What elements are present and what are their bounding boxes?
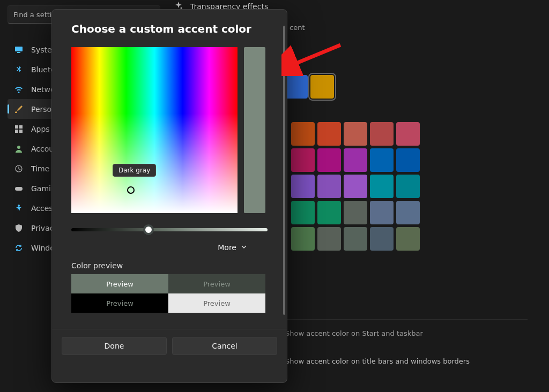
picker-area: Dark gray: [71, 47, 265, 213]
color-swatch[interactable]: [310, 75, 334, 99]
dialog-buttons: Done Cancel: [52, 329, 287, 355]
svg-rect-2: [15, 125, 18, 129]
color-picker-dialog: Choose a custom accent color Dark gray M…: [51, 9, 287, 383]
color-swatch[interactable]: [370, 148, 394, 172]
color-swatch[interactable]: [396, 122, 420, 146]
color-swatch[interactable]: [344, 148, 367, 172]
accessibility-icon: [14, 203, 24, 213]
more-label: More: [218, 243, 236, 252]
color-swatch[interactable]: [396, 175, 420, 198]
preview-swatch-1: Preview: [71, 274, 168, 293]
svg-rect-8: [15, 187, 23, 191]
color-swatch[interactable]: [396, 148, 420, 172]
brush-icon: [14, 104, 24, 114]
option-borders-label: Show accent color on title bars and wind…: [285, 357, 470, 365]
color-swatch[interactable]: [370, 122, 394, 146]
preview-swatch-2: Preview: [168, 274, 265, 293]
option-taskbar-label: Show accent color on Start and taskbar: [285, 329, 423, 337]
value-preview-bar: [244, 47, 265, 213]
svg-point-9: [18, 205, 20, 207]
color-swatch[interactable]: [291, 227, 315, 251]
color-swatch[interactable]: [370, 227, 394, 251]
color-swatch[interactable]: [344, 122, 367, 146]
preview-swatch-3: Preview: [71, 293, 168, 313]
color-swatch[interactable]: [344, 227, 367, 251]
color-swatch[interactable]: [344, 175, 367, 198]
svg-rect-5: [19, 130, 23, 133]
color-swatch[interactable]: [317, 148, 341, 172]
preview-heading: Color preview: [71, 261, 287, 270]
color-swatch[interactable]: [317, 201, 341, 224]
color-swatch[interactable]: [291, 175, 315, 198]
color-swatch[interactable]: [317, 227, 341, 251]
preview-swatch-4: Preview: [168, 293, 265, 313]
hue-saturation-field[interactable]: Dark gray: [71, 47, 238, 213]
wifi-icon: [14, 85, 24, 94]
color-swatch[interactable]: [317, 175, 341, 198]
apps-icon: [14, 124, 24, 134]
color-tooltip: Dark gray: [113, 164, 156, 177]
more-toggle[interactable]: More: [52, 243, 268, 252]
color-swatch[interactable]: [284, 75, 308, 99]
preview-grid: Preview Preview Preview Preview: [71, 274, 265, 313]
color-swatch[interactable]: [291, 148, 315, 172]
dialog-scrollbar[interactable]: [283, 26, 285, 315]
chevron-down-icon: [241, 243, 247, 252]
color-swatch[interactable]: [370, 175, 394, 198]
dialog-title: Choose a custom accent color: [52, 10, 287, 35]
accent-label-truncated: cent: [290, 24, 305, 32]
color-swatch[interactable]: [291, 122, 315, 146]
value-slider[interactable]: [71, 228, 268, 231]
color-swatch[interactable]: [396, 227, 420, 251]
svg-point-10: [181, 7, 182, 9]
svg-point-6: [17, 146, 20, 149]
color-swatch[interactable]: [291, 201, 315, 224]
sidebar-item-label: Apps: [31, 125, 50, 133]
gamepad-icon: [14, 184, 24, 193]
color-selector-ring[interactable]: [127, 186, 135, 194]
cancel-button[interactable]: Cancel: [172, 337, 277, 355]
shield-icon: [14, 223, 24, 233]
svg-rect-0: [15, 47, 23, 51]
monitor-icon: [14, 45, 24, 55]
person-icon: [14, 144, 24, 154]
svg-rect-3: [19, 125, 23, 129]
svg-rect-1: [17, 52, 20, 53]
done-button[interactable]: Done: [62, 337, 167, 355]
svg-rect-4: [15, 130, 18, 133]
color-swatch[interactable]: [370, 201, 394, 224]
globe-clock-icon: [14, 164, 24, 174]
color-swatch[interactable]: [396, 201, 420, 224]
update-icon: [14, 243, 24, 253]
value-slider-thumb[interactable]: [143, 224, 154, 235]
color-swatch[interactable]: [344, 201, 367, 224]
bluetooth-icon: [14, 65, 24, 74]
color-swatch[interactable]: [317, 122, 341, 146]
